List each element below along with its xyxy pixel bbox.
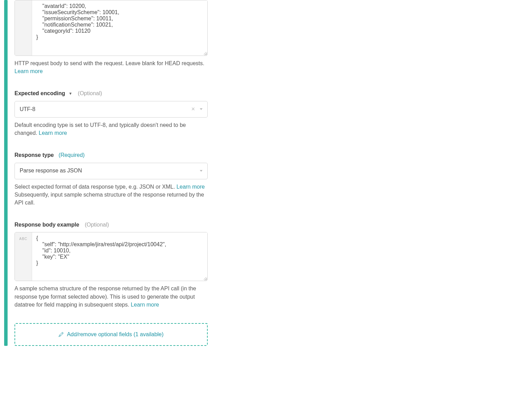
field-label-row: Expected encoding ▼ (Optional) (14, 90, 208, 97)
optional-tag: (Optional) (85, 221, 109, 229)
field-label-row: Response type (Required) (14, 151, 208, 159)
expected-encoding-field: Expected encoding ▼ (Optional) UTF-8 × D… (14, 90, 208, 137)
field-label-row: Response body example (Optional) (14, 221, 208, 229)
required-tag: (Required) (59, 151, 85, 159)
learn-more-link[interactable]: Learn more (177, 184, 205, 190)
response-type-help: Select expected format of data response … (14, 183, 208, 207)
request-body-textarea[interactable] (32, 0, 207, 56)
textarea-gutter: ABC (15, 232, 32, 281)
optional-tag: (Optional) (78, 90, 102, 97)
pencil-icon (59, 331, 63, 338)
chevron-down-icon[interactable]: ▼ (69, 91, 72, 96)
response-type-select[interactable]: Parse response as JSON (14, 163, 208, 179)
response-body-textarea[interactable] (32, 232, 207, 281)
response-type-label: Response type (14, 151, 54, 159)
help-text-content: HTTP request body to send with the reque… (14, 60, 204, 66)
request-body-textarea-wrap (14, 0, 208, 56)
request-body-help: HTTP request body to send with the reque… (14, 59, 208, 75)
response-body-example-label: Response body example (14, 221, 79, 229)
learn-more-link[interactable]: Learn more (39, 130, 67, 136)
help-text-line2: Subsequently, input sample schema struct… (14, 191, 208, 207)
accent-sidebar (4, 0, 8, 346)
help-text-content: Select expected format of data response … (14, 184, 177, 190)
expected-encoding-help: Default encoding type is set to UTF-8, a… (14, 121, 208, 137)
chevron-down-icon[interactable] (200, 170, 203, 172)
learn-more-link[interactable]: Learn more (14, 68, 43, 74)
form-main: HTTP request body to send with the reque… (8, 0, 208, 346)
textarea-gutter (15, 0, 32, 56)
select-value: UTF-8 (20, 106, 191, 113)
clear-icon[interactable]: × (191, 105, 195, 113)
add-remove-label: Add/remove optional fields (1 available) (67, 331, 164, 337)
form-container: HTTP request body to send with the reque… (0, 0, 521, 346)
add-remove-optional-fields-button[interactable]: Add/remove optional fields (1 available) (14, 323, 208, 346)
select-value: Parse response as JSON (20, 167, 200, 174)
expected-encoding-label: Expected encoding (14, 90, 65, 97)
response-body-example-help: A sample schema structure of the respons… (14, 284, 208, 309)
learn-more-link[interactable]: Learn more (131, 302, 159, 308)
expected-encoding-select[interactable]: UTF-8 × (14, 101, 208, 118)
request-body-field: HTTP request body to send with the reque… (14, 0, 208, 75)
help-text-content: A sample schema structure of the respons… (14, 286, 196, 307)
response-body-textarea-wrap: ABC (14, 232, 208, 281)
response-body-example-field: Response body example (Optional) ABC A s… (14, 221, 208, 309)
response-type-field: Response type (Required) Parse response … (14, 151, 208, 207)
chevron-down-icon[interactable] (200, 108, 203, 110)
